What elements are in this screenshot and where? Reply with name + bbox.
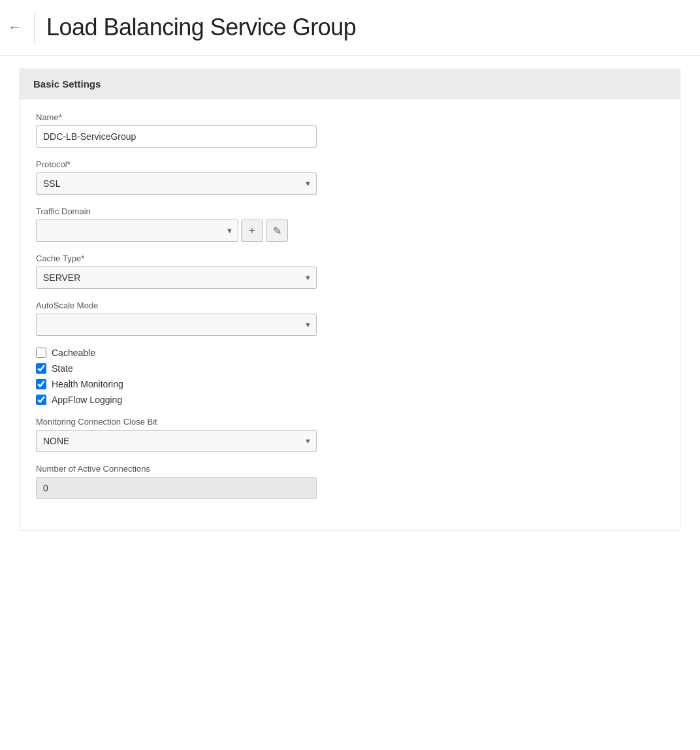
traffic-domain-select-wrapper: ▼ [36,220,238,242]
health-monitoring-checkbox-group: Health Monitoring [36,379,664,389]
monitoring-connection-select-wrapper: NONE YES NO ▼ [36,430,317,452]
edit-traffic-domain-button[interactable]: ✎ [266,220,288,242]
name-input[interactable] [36,125,317,148]
cacheable-label[interactable]: Cacheable [52,348,95,358]
cache-type-select[interactable]: SERVER TRANSPARENT REVERSE FORWARD [36,267,317,289]
autoscale-mode-select-wrapper: DISABLED DNS POLICY ▼ [36,314,317,336]
name-label: Name* [36,112,664,122]
protocol-label: Protocol* [36,159,664,169]
checkboxes-group: Cacheable State Health Monitoring AppFlo… [36,348,664,405]
autoscale-mode-group: AutoScale Mode DISABLED DNS POLICY ▼ [36,301,664,336]
active-connections-label: Number of Active Connections [36,464,664,474]
state-checkbox-group: State [36,363,664,374]
page-title: Load Balancing Service Group [46,14,356,41]
traffic-domain-group: Traffic Domain ▼ + ✎ [36,206,664,242]
protocol-select-wrapper: SSL HTTP HTTPS TCP UDP ▼ [36,172,317,195]
active-connections-group: Number of Active Connections [36,464,664,499]
page-header: ← Load Balancing Service Group [0,0,700,56]
autoscale-mode-select[interactable]: DISABLED DNS POLICY [36,314,317,336]
section-title: Basic Settings [33,78,101,90]
health-monitoring-label[interactable]: Health Monitoring [52,379,123,389]
monitoring-connection-select[interactable]: NONE YES NO [36,430,317,452]
back-arrow-icon[interactable]: ← [8,20,22,35]
form-body: Name* Protocol* SSL HTTP HTTPS TCP UDP ▼… [20,99,680,530]
monitoring-connection-group: Monitoring Connection Close Bit NONE YES… [36,417,664,452]
cache-type-group: Cache Type* SERVER TRANSPARENT REVERSE F… [36,253,664,289]
add-traffic-domain-button[interactable]: + [241,220,263,242]
cacheable-checkbox-group: Cacheable [36,348,664,358]
name-group: Name* [36,112,664,148]
form-container: Basic Settings Name* Protocol* SSL HTTP … [20,69,680,531]
monitoring-connection-label: Monitoring Connection Close Bit [36,417,664,427]
traffic-domain-select[interactable] [36,220,238,242]
protocol-group: Protocol* SSL HTTP HTTPS TCP UDP ▼ [36,159,664,195]
active-connections-input [36,477,317,499]
health-monitoring-checkbox[interactable] [36,379,46,389]
state-checkbox[interactable] [36,363,46,374]
state-label[interactable]: State [52,363,73,374]
cache-type-select-wrapper: SERVER TRANSPARENT REVERSE FORWARD ▼ [36,267,317,289]
appflow-logging-label[interactable]: AppFlow Logging [52,395,122,405]
traffic-domain-label: Traffic Domain [36,206,664,216]
cacheable-checkbox[interactable] [36,348,46,358]
section-header: Basic Settings [20,69,680,99]
appflow-logging-checkbox-group: AppFlow Logging [36,395,664,405]
appflow-logging-checkbox[interactable] [36,395,46,405]
cache-type-label: Cache Type* [36,253,664,263]
traffic-domain-row: ▼ + ✎ [36,220,664,242]
autoscale-mode-label: AutoScale Mode [36,301,664,310]
protocol-select[interactable]: SSL HTTP HTTPS TCP UDP [36,172,317,195]
